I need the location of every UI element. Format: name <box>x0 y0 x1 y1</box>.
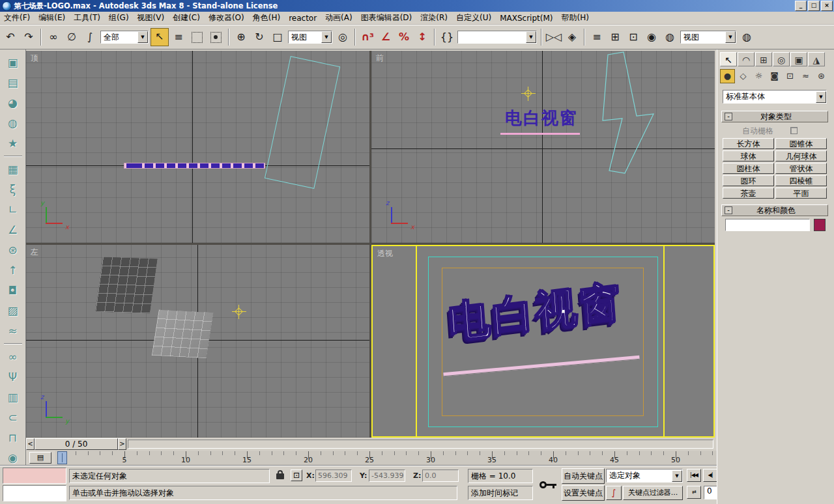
viewport-perspective[interactable]: 透视 电白视窗 <box>371 245 715 438</box>
create-animation-icon[interactable]: Ψ <box>5 369 22 385</box>
object-name-field[interactable] <box>725 219 810 231</box>
z-coordinate-field[interactable]: 0.0 <box>422 469 459 482</box>
menu-item[interactable]: 图表编辑器(D) <box>361 12 412 23</box>
viewport-perspective-label[interactable]: 透视 <box>377 248 393 259</box>
dropdown-arrow-icon[interactable]: ▼ <box>321 31 332 43</box>
primitive-button[interactable]: 几何球体 <box>775 150 827 161</box>
toy-car-icon[interactable]: ◘ <box>5 283 22 298</box>
object-color-swatch[interactable] <box>814 219 826 231</box>
viewport-front[interactable]: 前 电白视窗 z x <box>371 51 715 243</box>
primitive-button[interactable]: 圆柱体 <box>723 163 774 174</box>
menu-item[interactable]: 视图(V) <box>137 12 165 23</box>
reference-coordinate-dropdown[interactable]: 视图 ▼ <box>288 31 332 44</box>
mirror-icon[interactable]: ▷◁ <box>545 29 562 46</box>
primitive-button[interactable]: 球体 <box>723 150 774 161</box>
time-slider[interactable]: 0 / 50 <box>35 438 118 450</box>
menu-item[interactable]: 创建(C) <box>173 12 200 23</box>
redo-icon[interactable]: ↷ <box>20 29 37 46</box>
key-filters-button[interactable]: 关键点过滤器... <box>623 486 683 500</box>
auto-key-button[interactable]: 自动关键点 <box>562 468 605 484</box>
deforming-mesh-collection-icon[interactable]: ★ <box>5 135 22 151</box>
tab-modify[interactable]: ◠ <box>738 52 755 66</box>
window-crossing-icon[interactable] <box>210 32 222 43</box>
previous-frame-button[interactable]: ◀| <box>703 469 717 482</box>
maxscript-mini-listener-pink[interactable] <box>3 468 66 484</box>
object-category-dropdown[interactable]: 标准基本体 ▼ <box>723 90 827 104</box>
tab-motion[interactable]: ◎ <box>773 52 790 66</box>
menu-item[interactable]: MAXScript(M) <box>500 14 553 23</box>
menu-item[interactable]: 动画(A) <box>325 12 352 23</box>
category-geometry[interactable]: ● <box>720 69 735 83</box>
named-selection-dropdown[interactable]: ▼ <box>457 31 537 44</box>
primitive-button[interactable]: 长方体 <box>723 138 774 149</box>
select-and-link-icon[interactable]: ∞ <box>45 29 62 46</box>
primitive-button[interactable]: 圆锥体 <box>775 138 827 149</box>
shaded-object-light[interactable] <box>152 310 213 358</box>
snap-toggle-3d-icon[interactable]: ∩³ <box>359 29 376 46</box>
named-selection-sets-icon[interactable]: {} <box>439 29 455 46</box>
linear-dashpot-icon[interactable]: ∟ <box>5 202 22 217</box>
set-key-mode-icon[interactable]: ∫ <box>606 486 622 500</box>
soft-body-collection-icon[interactable]: ◕ <box>5 95 22 111</box>
shaded-object-dark[interactable] <box>95 257 157 314</box>
curve-editor-icon[interactable]: ⊞ <box>607 29 624 46</box>
tab-utilities[interactable]: ◮ <box>808 52 825 66</box>
tab-create[interactable]: ↖ <box>720 52 737 66</box>
selection-set-dropdown[interactable]: 选定对象 ▼ <box>606 469 683 483</box>
angular-dashpot-icon[interactable]: ∠ <box>5 222 22 238</box>
ragdoll-icon[interactable]: ⊓ <box>5 430 22 445</box>
restore-button[interactable]: □ <box>808 1 820 11</box>
menu-item[interactable]: 帮助(H) <box>561 12 588 23</box>
render-scene-icon[interactable]: ◍ <box>661 29 678 46</box>
bind-to-space-warp-icon[interactable]: ∫ <box>81 29 98 46</box>
menu-item[interactable]: 工具(T) <box>74 12 100 23</box>
category-helpers[interactable]: ⊡ <box>783 69 798 83</box>
category-space-warps[interactable]: ≈ <box>798 69 813 83</box>
previous-frame-arrow[interactable]: < <box>26 438 35 450</box>
category-cameras[interactable]: ◙ <box>767 69 782 83</box>
unlink-selection-icon[interactable]: ∅ <box>63 29 80 46</box>
rigid-body-collection-icon[interactable]: ▣ <box>5 55 22 70</box>
object-type-rollout[interactable]: - 对象类型 <box>721 111 828 122</box>
primitive-button[interactable]: 管状体 <box>775 163 827 174</box>
add-time-tag[interactable]: 添加时间标记 <box>468 486 533 500</box>
minimize-button[interactable]: _ <box>795 1 807 11</box>
viewport-left[interactable]: 左 z y <box>26 245 369 438</box>
spline-wireframe[interactable] <box>596 51 674 178</box>
collapse-icon[interactable]: - <box>725 206 732 214</box>
logo-underline-front-view[interactable] <box>500 133 580 135</box>
primitive-button[interactable]: 圆环 <box>723 175 774 186</box>
schematic-view-icon[interactable]: ⊡ <box>625 29 642 46</box>
use-pivot-center-icon[interactable]: ◎ <box>334 29 351 46</box>
cloth-collection-icon[interactable]: ▤ <box>5 75 22 91</box>
next-frame-arrow[interactable]: > <box>118 438 126 450</box>
primitive-button[interactable]: 四棱锥 <box>775 175 827 186</box>
constraint-icon[interactable]: ⊂ <box>5 410 22 425</box>
rectangular-selection-region-icon[interactable] <box>192 32 203 43</box>
logo-text-top-view[interactable] <box>124 163 265 169</box>
analyze-world-icon[interactable]: ◉ <box>5 450 22 466</box>
primitive-button[interactable]: 平面 <box>775 188 827 199</box>
viewport-left-label[interactable]: 左 <box>31 247 38 258</box>
helper-gizmo[interactable] <box>234 307 244 317</box>
menu-item[interactable]: 渲染(R) <box>420 12 448 23</box>
preview-in-window-icon[interactable]: ▥ <box>5 389 22 405</box>
quick-render-icon[interactable]: ◍ <box>738 29 755 46</box>
set-key-button[interactable]: 设置关键点 <box>562 485 605 501</box>
render-type-dropdown[interactable]: 视图 ▼ <box>680 31 736 44</box>
absolute-mode-icon[interactable]: ⊡ <box>291 469 302 481</box>
undo-icon[interactable]: ↶ <box>2 29 19 46</box>
percent-snap-toggle-icon[interactable]: % <box>395 29 412 46</box>
x-coordinate-field[interactable]: 596.309 <box>315 469 352 482</box>
camera-plane-wireframe[interactable] <box>265 56 340 189</box>
viewport-top-label[interactable]: 顶 <box>31 53 38 64</box>
rope-collection-icon[interactable]: ◍ <box>5 115 22 131</box>
dropdown-arrow-icon[interactable]: ▼ <box>526 31 536 43</box>
category-lights[interactable]: ☼ <box>751 69 766 83</box>
primitive-button[interactable]: 茶壶 <box>723 188 774 199</box>
spinner-snap-toggle-icon[interactable]: ↕ <box>414 29 431 46</box>
reactor-water-icon[interactable]: ≈ <box>5 323 22 339</box>
time-slider-track[interactable] <box>128 440 713 449</box>
material-editor-icon[interactable]: ◉ <box>643 29 660 46</box>
tab-hierarchy[interactable]: ⊞ <box>755 52 772 66</box>
